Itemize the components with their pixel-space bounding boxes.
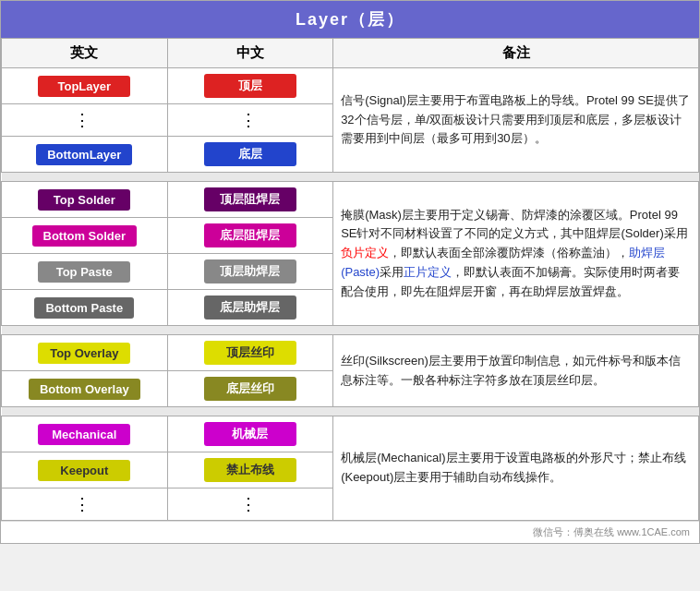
zh-badge: 顶层助焊层 xyxy=(204,259,296,283)
dots-en: ⋮ xyxy=(74,495,94,513)
zh-badge: 顶层 xyxy=(204,74,296,98)
dots-zh: ⋮ xyxy=(240,495,260,513)
section-divider xyxy=(2,173,699,182)
en-cell: Mechanical xyxy=(2,416,168,452)
zh-cell: 顶层丝印 xyxy=(167,335,333,371)
note-highlight: 负片定义 xyxy=(341,246,389,259)
note-cell: 丝印(Silkscreen)层主要用于放置印制信息，如元件标号和版本信息标注等。… xyxy=(333,335,699,407)
zh-badge: 底层助焊层 xyxy=(204,296,296,320)
section-divider xyxy=(2,407,699,416)
note-cell: 机械层(Mechanical)层主要用于设置电路板的外形尺寸；禁止布线(Keep… xyxy=(333,416,699,521)
en-cell: Keepout xyxy=(2,452,168,488)
zh-badge: 底层丝印 xyxy=(204,377,296,401)
zh-badge: 顶层阻焊层 xyxy=(204,187,296,211)
en-badge: TopLayer xyxy=(38,76,130,97)
en-badge: BottomLayer xyxy=(36,144,132,165)
note-cell: 掩膜(Mask)层主要用于定义锡膏、防焊漆的涂覆区域。Protel 99 SE针… xyxy=(333,182,699,326)
note-highlight: 正片定义 xyxy=(404,265,452,279)
en-cell: Bottom Overlay xyxy=(2,371,168,407)
table-row: TopLayer顶层信号(Signal)层主要用于布置电路板上的导线。Prote… xyxy=(2,68,699,104)
table-row: Mechanical机械层机械层(Mechanical)层主要用于设置电路板的外… xyxy=(2,416,699,452)
zh-badge: 底层 xyxy=(204,142,296,166)
en-cell: Bottom Paste xyxy=(2,290,168,326)
zh-cell: 顶层助焊层 xyxy=(167,254,333,290)
zh-badge: 禁止布线 xyxy=(204,458,296,482)
en-badge: Bottom Solder xyxy=(32,225,138,247)
zh-cell: 底层丝印 xyxy=(167,371,333,407)
header-zh: 中文 xyxy=(167,39,333,68)
note-highlight: 助焊层(Paste) xyxy=(341,246,665,279)
en-cell: Bottom Solder xyxy=(2,218,168,254)
zh-cell: 机械层 xyxy=(167,416,333,452)
en-cell: ⋮ xyxy=(2,488,168,521)
header-en: 英文 xyxy=(2,39,168,68)
main-container: Layer（层） 英文 中文 备注 TopLayer顶层信号(Signal)层主… xyxy=(0,0,700,544)
zh-cell: 底层 xyxy=(167,137,333,173)
en-badge: Keepout xyxy=(38,460,130,481)
en-cell: TopLayer xyxy=(2,68,168,104)
en-cell: Top Overlay xyxy=(2,335,168,371)
dots-zh: ⋮ xyxy=(240,111,260,129)
watermark: 微信号：傅奥在线 www.1CAE.com xyxy=(1,521,699,543)
note-cell: 信号(Signal)层主要用于布置电路板上的导线。Protel 99 SE提供了… xyxy=(333,68,699,173)
section-divider xyxy=(2,326,699,335)
zh-cell: 禁止布线 xyxy=(167,452,333,488)
zh-cell: 底层助焊层 xyxy=(167,290,333,326)
table-row: Top Solder顶层阻焊层掩膜(Mask)层主要用于定义锡膏、防焊漆的涂覆区… xyxy=(2,182,699,218)
en-badge: Top Solder xyxy=(38,189,130,211)
table-row: Top Overlay顶层丝印丝印(Silkscreen)层主要用于放置印制信息… xyxy=(2,335,699,371)
zh-cell: ⋮ xyxy=(167,104,333,137)
zh-cell: 底层阻焊层 xyxy=(167,218,333,254)
zh-badge: 顶层丝印 xyxy=(204,341,296,365)
en-badge: Top Paste xyxy=(38,261,130,283)
en-cell: Top Paste xyxy=(2,254,168,290)
zh-cell: ⋮ xyxy=(167,488,333,521)
zh-cell: 顶层 xyxy=(167,68,333,104)
en-badge: Bottom Overlay xyxy=(29,379,140,400)
zh-cell: 顶层阻焊层 xyxy=(167,182,333,218)
en-badge: Bottom Paste xyxy=(34,297,134,319)
en-cell: ⋮ xyxy=(2,104,168,137)
en-cell: BottomLayer xyxy=(2,137,168,173)
en-badge: Mechanical xyxy=(38,424,130,445)
dots-en: ⋮ xyxy=(74,111,94,129)
en-badge: Top Overlay xyxy=(38,343,130,364)
page-title: Layer（层） xyxy=(1,1,699,38)
zh-badge: 底层阻焊层 xyxy=(204,223,296,247)
header-note: 备注 xyxy=(333,39,699,68)
header-row: 英文 中文 备注 xyxy=(2,39,699,68)
en-cell: Top Solder xyxy=(2,182,168,218)
layer-table: 英文 中文 备注 TopLayer顶层信号(Signal)层主要用于布置电路板上… xyxy=(1,38,699,521)
zh-badge: 机械层 xyxy=(204,422,296,446)
